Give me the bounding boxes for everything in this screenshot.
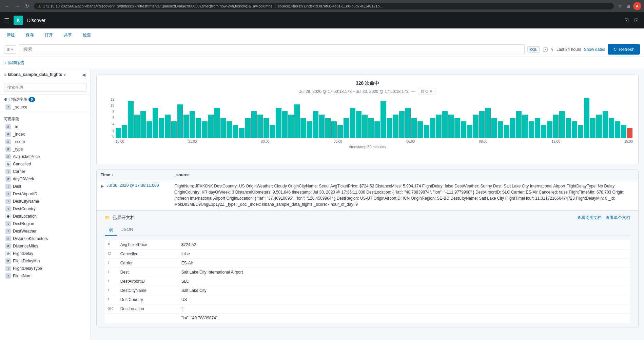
forward-button[interactable]: → (13, 2, 22, 10)
histogram-bar[interactable] (522, 115, 528, 138)
histogram-bar[interactable] (239, 128, 244, 138)
sidebar-field-item[interactable]: ◎FlightDelay (4, 250, 86, 257)
histogram-bar[interactable] (196, 118, 201, 138)
histogram-bar[interactable] (572, 121, 577, 138)
show-dates-button[interactable]: Show dates (584, 47, 605, 52)
histogram-bar[interactable] (300, 118, 306, 138)
histogram-bar[interactable] (319, 115, 325, 138)
sidebar-field-item[interactable]: tCarrier (4, 168, 86, 175)
bookmark-button[interactable]: ☆ (617, 2, 624, 10)
histogram-bar[interactable] (430, 118, 435, 138)
histogram-bar[interactable] (498, 121, 503, 138)
address-bar[interactable]: ⚠ 172.16.10.202:5601/app/kibana#/discove… (34, 3, 614, 9)
histogram-bar[interactable] (183, 115, 189, 138)
sidebar-field-item[interactable]: tDestRegion (4, 220, 86, 227)
histogram-bar[interactable] (442, 111, 448, 138)
histogram-bar[interactable] (331, 121, 337, 138)
hamburger-icon[interactable]: ☰ (4, 17, 9, 24)
histogram-bar[interactable] (596, 115, 602, 138)
histogram-bar[interactable] (233, 125, 238, 138)
histogram-bar[interactable] (510, 118, 515, 138)
histogram-bar[interactable] (288, 115, 294, 138)
histogram-bar[interactable] (122, 125, 127, 138)
histogram-bar[interactable] (165, 115, 170, 138)
histogram-bar[interactable] (405, 108, 411, 138)
histogram-bar[interactable] (276, 108, 281, 138)
histogram-bar[interactable] (603, 111, 608, 138)
browser-refresh-button[interactable]: ↻ (23, 2, 31, 10)
histogram-bar[interactable] (177, 104, 183, 138)
histogram-bar[interactable] (325, 118, 331, 138)
refresh-button[interactable]: ↻ Refresh (608, 44, 640, 55)
histogram-bar[interactable] (621, 125, 626, 138)
histogram-bar[interactable] (220, 118, 226, 138)
histogram-bar[interactable] (264, 118, 269, 138)
histogram-bar[interactable] (566, 118, 571, 138)
search-input[interactable] (23, 47, 520, 52)
histogram-bar[interactable] (411, 118, 417, 138)
histogram-bar[interactable] (214, 108, 220, 138)
sidebar-field-item[interactable]: ◎Cancelled (4, 160, 86, 168)
histogram-bar[interactable] (282, 111, 288, 138)
histogram-bar[interactable] (171, 121, 177, 138)
histogram-bar[interactable] (448, 115, 454, 138)
open-button[interactable]: 打开 (42, 31, 56, 39)
histogram-bar[interactable] (153, 108, 158, 138)
index-pattern-selector[interactable]: ≡ kibana_sample_data_flights ∨ (4, 72, 66, 77)
histogram-bar[interactable] (362, 115, 368, 138)
histogram-bar[interactable] (387, 118, 392, 138)
sidebar-field-item[interactable]: ◉DestLocation (4, 213, 86, 220)
sidebar-field-item[interactable]: tDestAirportID (4, 190, 86, 198)
histogram-bar[interactable] (202, 121, 207, 138)
sidebar-collapse-button[interactable]: ◀ (81, 72, 86, 77)
histogram-bar[interactable] (356, 111, 362, 138)
sidebar-field-item[interactable]: tFlightDelayType (4, 265, 86, 272)
sidebar-field-item[interactable]: tFlightNum (4, 272, 86, 280)
histogram-bar[interactable] (584, 98, 589, 138)
histogram-bar[interactable] (535, 118, 540, 138)
histogram-bar[interactable] (399, 111, 405, 138)
save-button[interactable]: 保存 (23, 31, 37, 39)
histogram-bar[interactable] (417, 121, 423, 138)
histogram-bar[interactable] (615, 121, 620, 138)
sidebar-field-item[interactable]: #AvgTicketPrice (4, 153, 86, 160)
settings-button[interactable]: ⊡ (633, 16, 640, 25)
sidebar-field-item[interactable]: #_type (4, 145, 86, 153)
sidebar-field-item[interactable]: #DistanceMiles (4, 242, 86, 250)
fullscreen-button[interactable]: ⊡ (623, 16, 630, 25)
histogram-bar[interactable] (344, 118, 349, 138)
add-filter-button[interactable]: + 添加筛选 (4, 60, 24, 66)
histogram-bar[interactable] (116, 128, 121, 138)
histogram-bar[interactable] (190, 111, 195, 138)
histogram-bar[interactable] (454, 118, 460, 138)
sidebar-field-item[interactable]: tDestCountry (4, 205, 86, 213)
auto-interval-select[interactable]: 自动 ∨ (418, 88, 435, 95)
view-single-button[interactable]: 查看单个文档 (606, 215, 630, 221)
time-column-header[interactable]: Time ↓ (101, 173, 169, 177)
histogram-bar[interactable] (257, 115, 263, 138)
histogram-bar[interactable] (485, 108, 491, 138)
histogram-bar[interactable] (337, 125, 343, 138)
histogram-bar[interactable] (140, 111, 146, 138)
histogram-bar[interactable] (270, 125, 275, 138)
sidebar-field-item[interactable]: #DistanceKilometers (4, 235, 86, 242)
kql-badge[interactable]: KQL (527, 46, 540, 53)
histogram-bar[interactable] (609, 118, 614, 138)
extensions-button[interactable]: ⊞ (625, 2, 632, 10)
histogram-bar[interactable] (227, 121, 232, 138)
view-surrounding-button[interactable]: 查看周围文档 (577, 215, 602, 221)
share-button[interactable]: 共享 (61, 31, 75, 39)
sidebar-field-item[interactable]: tDestWeather (4, 227, 86, 235)
histogram-bar[interactable] (504, 125, 509, 138)
histogram-bar[interactable] (553, 115, 559, 138)
back-button[interactable]: ← (3, 2, 12, 10)
sidebar-search[interactable] (0, 80, 91, 95)
histogram-bar[interactable] (578, 125, 583, 138)
histogram-bar[interactable] (380, 101, 386, 138)
sidebar-field-item[interactable]: #_id (4, 123, 86, 131)
row-expand-button[interactable]: ▶ (101, 183, 104, 188)
histogram-bar[interactable] (491, 118, 497, 138)
histogram-bar[interactable] (627, 128, 632, 138)
inspect-button[interactable]: 检查 (80, 31, 94, 39)
histogram-bar[interactable] (473, 115, 479, 138)
